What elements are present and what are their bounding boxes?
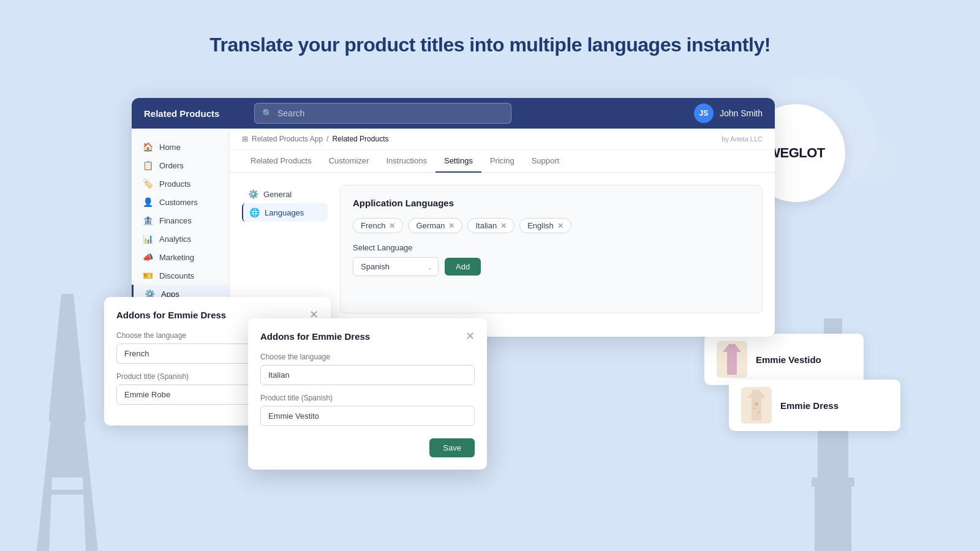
language-select[interactable]: Spanish French German Italian English Po… [353,257,439,276]
breadcrumb-app-link[interactable]: Related Products App [252,135,323,143]
lang-italian-label: Italian [475,221,497,230]
search-bar[interactable]: 🔍 Search [254,103,511,124]
sidebar-label: Customers [159,198,198,207]
remove-english-button[interactable]: ✕ [557,222,564,230]
sidebar-label: Orders [159,161,184,170]
left-nav-general[interactable]: ⚙️ General [242,185,328,203]
sidebar-item-orders[interactable]: 📋 Orders [132,156,229,174]
modal-italian-product-title-input[interactable] [260,406,475,426]
product-vestido-name: Emmie Vestido [756,354,821,365]
tab-support[interactable]: Support [523,150,568,173]
lang-french-label: French [361,221,385,230]
eiffel-tower-icon [31,294,104,551]
lang-tag-italian: Italian ✕ [467,218,514,233]
modal-italian-header: Addons for Emmie Dress ✕ [260,331,475,342]
sidebar-label: Home [159,143,181,152]
sidebar-item-customers[interactable]: 👤 Customers [132,193,229,211]
svg-marker-3 [49,294,86,416]
sidebar-item-products[interactable]: 🏷️ Products [132,174,229,193]
svg-point-12 [753,407,755,410]
languages-label: Languages [265,208,304,217]
sidebar-label: Discounts [159,271,194,280]
sidebar-item-marketing[interactable]: 📣 Marketing [132,248,229,266]
modal-italian-language-input[interactable] [260,365,475,385]
analytics-icon: 📊 [143,234,153,244]
sidebar-label: Products [159,179,190,189]
gear-icon: ⚙️ [248,189,258,199]
modal-italian-footer: Save [260,438,475,457]
modal-french-title: Addons for Emmie Dress [116,310,226,320]
svg-rect-8 [815,487,851,551]
language-icon: 🌐 [249,208,260,217]
dress-2-icon [744,389,769,422]
modal-italian-title: Addons for Emmie Dress [260,331,370,342]
breadcrumb-current: Related Products [332,135,388,143]
tab-related-products[interactable]: Related Products [242,150,320,173]
product-vestido-image [717,341,747,378]
select-language-label: Select Language [353,243,750,252]
weglot-logo-text: WEGLOT [767,145,825,161]
remove-german-button[interactable]: ✕ [448,222,454,230]
product-dress-name: Emmie Dress [780,400,839,411]
sidebar-label: Marketing [159,253,194,262]
lang-tag-english: English ✕ [519,218,571,233]
modal-italian-close-button[interactable]: ✕ [466,331,475,342]
top-bar: Related Products 🔍 Search JS John Smith [132,98,775,129]
general-label: General [263,190,292,199]
page-headline: Translate your product titles into multi… [0,0,980,56]
language-select-wrapper: Spanish French German Italian English Po… [353,257,439,276]
discounts-icon: 🎫 [143,271,153,280]
tab-instructions[interactable]: Instructions [377,150,435,173]
remove-italian-button[interactable]: ✕ [500,222,507,230]
left-nav-languages[interactable]: 🌐 Languages [242,203,328,222]
marketing-icon: 📣 [143,252,153,262]
left-nav: ⚙️ General 🌐 Languages [242,185,328,313]
select-language-row: Spanish French German Italian English Po… [353,257,750,276]
breadcrumb-path: ⊞ Related Products App / Related Product… [242,135,388,143]
search-icon: 🔍 [262,108,273,118]
tab-customizer[interactable]: Customizer [320,150,378,173]
lang-tag-german: German ✕ [408,218,462,233]
sidebar-item-discounts[interactable]: 🎫 Discounts [132,266,229,285]
sidebar-item-finances[interactable]: 🏦 Finances [132,211,229,230]
languages-panel: Application Languages French ✕ German ✕ … [340,185,763,313]
finances-icon: 🏦 [143,216,153,225]
sidebar-item-home[interactable]: 🏠 Home [132,138,229,156]
breadcrumb-separator: / [326,135,328,143]
languages-list: French ✕ German ✕ Italian ✕ English [353,218,750,233]
modal-italian-language-label: Choose the language [260,353,475,361]
product-card-dress: Emmie Dress [729,380,900,431]
by-arteta: by Arteta LLC [722,135,763,143]
modal-italian-product-title-label: Product title (Spanish) [260,394,475,402]
tab-pricing[interactable]: Pricing [481,150,523,173]
top-bar-right: JS John Smith [694,103,763,123]
search-placeholder: Search [277,108,304,118]
breadcrumb-icon: ⊞ [242,135,248,143]
product-card-vestido: Emmie Vestido [704,334,864,385]
svg-point-11 [755,402,758,406]
add-language-button[interactable]: Add [445,258,481,276]
modal-italian-save-button[interactable]: Save [429,438,475,457]
svg-rect-2 [43,490,92,495]
tabs-bar: Related Products Customizer Instructions… [230,150,775,173]
dress-icon [720,343,744,377]
remove-french-button[interactable]: ✕ [389,222,395,230]
products-icon: 🏷️ [143,179,153,189]
lang-german-label: German [416,221,445,230]
sidebar-item-analytics[interactable]: 📊 Analytics [132,230,229,248]
sidebar-label: Analytics [159,234,191,244]
lang-english-label: English [527,221,554,230]
orders-icon: 📋 [143,160,153,170]
customers-icon: 👤 [143,197,153,207]
tab-settings[interactable]: Settings [435,150,481,173]
lang-tag-french: French ✕ [353,218,403,233]
svg-point-13 [758,411,760,413]
user-name: John Smith [720,108,763,118]
breadcrumb: ⊞ Related Products App / Related Product… [230,129,775,150]
svg-rect-7 [812,478,854,487]
home-icon: 🏠 [143,142,153,152]
app-brand: Related Products [144,108,242,119]
product-dress-image [741,387,772,424]
panel-title: Application Languages [353,198,750,208]
svg-rect-1 [49,416,86,421]
